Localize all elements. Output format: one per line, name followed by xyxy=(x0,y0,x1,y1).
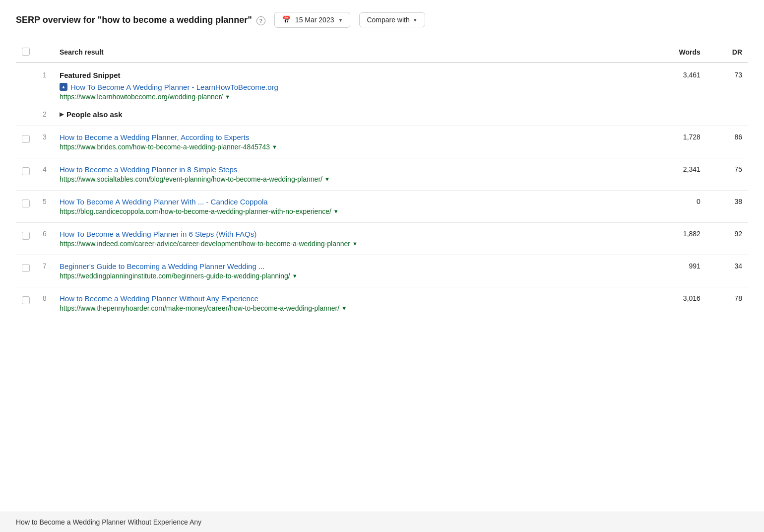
row-words: 1,882 xyxy=(643,222,706,255)
result-link[interactable]: How To Become A Wedding Planner With ...… xyxy=(60,198,268,206)
row-dr: 78 xyxy=(706,287,748,319)
row-result: How to Become a Wedding Planner Without … xyxy=(54,287,643,319)
row-dr: 86 xyxy=(706,126,748,158)
compare-label: Compare with xyxy=(367,16,409,24)
page-header: SERP overview for "how to become a weddi… xyxy=(16,12,748,28)
row-result: How To Become a Wedding Planner in 6 Ste… xyxy=(54,222,643,255)
row-checkbox[interactable] xyxy=(22,296,30,304)
row-words: 1,728 xyxy=(643,126,706,158)
date-picker-button[interactable]: 📅 15 Mar 2023 ▼ xyxy=(274,12,351,28)
row-words: 0 xyxy=(643,190,706,222)
url-text: https://www.brides.com/how-to-become-a-w… xyxy=(60,143,270,151)
featured-snippet-label: Featured Snippet xyxy=(60,71,637,79)
row-words: 3,461 xyxy=(643,63,706,103)
row-dr: 92 xyxy=(706,222,748,255)
url-text: https://www.socialtables.com/blog/event-… xyxy=(60,175,322,183)
url-dropdown-icon[interactable]: ▼ xyxy=(352,241,358,247)
row-num: 8 xyxy=(36,287,54,319)
table-row: 8 How to Become a Wedding Planner Withou… xyxy=(16,287,748,319)
url-dropdown-icon[interactable]: ▼ xyxy=(333,208,339,214)
url-dropdown-icon[interactable]: ▼ xyxy=(341,305,347,311)
row-check-cell[interactable] xyxy=(16,158,36,190)
row-checkbox[interactable] xyxy=(22,167,30,175)
table-row: 1 Featured Snippet ▲ How To Become A Wed… xyxy=(16,63,748,103)
row-words: 991 xyxy=(643,255,706,287)
row-num: 1 xyxy=(36,63,54,103)
url-dropdown-icon[interactable]: ▼ xyxy=(272,144,277,150)
row-num: 6 xyxy=(36,222,54,255)
paa-expand-icon[interactable]: ▶ xyxy=(60,111,64,118)
row-check-cell[interactable] xyxy=(16,222,36,255)
result-url: https://www.socialtables.com/blog/event-… xyxy=(60,175,637,183)
row-num: 3 xyxy=(36,126,54,158)
serp-table: Search result Words DR 1 Featured Snippe… xyxy=(16,42,748,319)
result-url: https://www.learnhowtobecome.org/wedding… xyxy=(60,93,637,101)
row-result: How to Become a Wedding Planner, Accordi… xyxy=(54,126,643,158)
title-prefix: SERP overview for xyxy=(16,15,98,25)
header-dr-label: DR xyxy=(732,48,742,56)
compare-with-button[interactable]: Compare with ▼ xyxy=(359,12,425,27)
url-dropdown-icon[interactable]: ▼ xyxy=(324,176,330,182)
row-check-cell[interactable] xyxy=(16,126,36,158)
title-query: "how to become a wedding planner" xyxy=(98,15,252,25)
select-all-checkbox[interactable] xyxy=(22,48,30,56)
row-result: Beginner's Guide to Becoming a Wedding P… xyxy=(54,255,643,287)
header-dr: DR xyxy=(706,42,748,63)
row-checkbox[interactable] xyxy=(22,232,30,240)
result-link[interactable]: ▲ How To Become A Wedding Planner - Lear… xyxy=(60,83,278,91)
row-checkbox[interactable] xyxy=(22,135,30,143)
row-result: How To Become A Wedding Planner With ...… xyxy=(54,190,643,222)
table-row: 3 How to Become a Wedding Planner, Accor… xyxy=(16,126,748,158)
paa-label: ▶ People also ask xyxy=(60,110,742,119)
page-title: SERP overview for "how to become a weddi… xyxy=(16,15,265,25)
url-text: https://blog.candicecoppola.com/how-to-b… xyxy=(60,207,331,215)
row-words: 2,341 xyxy=(643,158,706,190)
row-result: How to Become a Wedding Planner in 8 Sim… xyxy=(54,158,643,190)
row-result: Featured Snippet ▲ How To Become A Weddi… xyxy=(54,63,643,103)
result-link[interactable]: How to Become a Wedding Planner, Accordi… xyxy=(60,133,249,141)
result-link[interactable]: How to Become a Wedding Planner in 8 Sim… xyxy=(60,165,237,174)
url-text: https://www.learnhowtobecome.org/wedding… xyxy=(60,93,223,101)
row-dr: 73 xyxy=(706,63,748,103)
result-url: https://www.indeed.com/career-advice/car… xyxy=(60,240,637,248)
result-url: https://www.thepennyhoarder.com/make-mon… xyxy=(60,304,637,312)
result-url: https://www.brides.com/how-to-become-a-w… xyxy=(60,143,637,151)
date-label: 15 Mar 2023 xyxy=(295,16,334,24)
result-url: https://blog.candicecoppola.com/how-to-b… xyxy=(60,207,637,215)
result-link[interactable]: Beginner's Guide to Becoming a Wedding P… xyxy=(60,262,264,270)
table-row: 7 Beginner's Guide to Becoming a Wedding… xyxy=(16,255,748,287)
row-check-cell xyxy=(16,103,36,126)
header-words: Words xyxy=(643,42,706,63)
row-dr: 38 xyxy=(706,190,748,222)
favicon-icon: ▲ xyxy=(60,83,67,91)
paa-text: People also ask xyxy=(66,110,123,119)
row-check-cell xyxy=(16,63,36,103)
row-check-cell[interactable] xyxy=(16,287,36,319)
header-result: Search result xyxy=(54,42,643,63)
url-dropdown-icon[interactable]: ▼ xyxy=(225,94,230,100)
row-checkbox[interactable] xyxy=(22,200,30,207)
row-words: 3,016 xyxy=(643,287,706,319)
help-icon[interactable]: ? xyxy=(256,16,265,25)
header-result-label: Search result xyxy=(60,48,104,56)
table-header-row: Search result Words DR xyxy=(16,42,748,63)
header-check xyxy=(16,42,36,63)
result-link[interactable]: How to Become a Wedding Planner Without … xyxy=(60,294,258,303)
header-words-label: Words xyxy=(679,48,700,56)
table-row: 5 How To Become A Wedding Planner With .… xyxy=(16,190,748,222)
row-check-cell[interactable] xyxy=(16,190,36,222)
row-dr: 34 xyxy=(706,255,748,287)
row-num: 4 xyxy=(36,158,54,190)
url-text: https://www.indeed.com/career-advice/car… xyxy=(60,240,350,248)
url-dropdown-icon[interactable]: ▼ xyxy=(292,273,298,279)
result-link[interactable]: How To Become a Wedding Planner in 6 Ste… xyxy=(60,230,256,238)
table-row: 6 How To Become a Wedding Planner in 6 S… xyxy=(16,222,748,255)
compare-chevron-icon: ▼ xyxy=(413,17,418,23)
paa-cell: ▶ People also ask xyxy=(54,103,748,126)
table-row: 2 ▶ People also ask xyxy=(16,103,748,126)
row-num: 2 xyxy=(36,103,54,126)
table-row: 4 How to Become a Wedding Planner in 8 S… xyxy=(16,158,748,190)
row-checkbox[interactable] xyxy=(22,264,30,272)
calendar-icon: 📅 xyxy=(282,15,291,24)
row-check-cell[interactable] xyxy=(16,255,36,287)
